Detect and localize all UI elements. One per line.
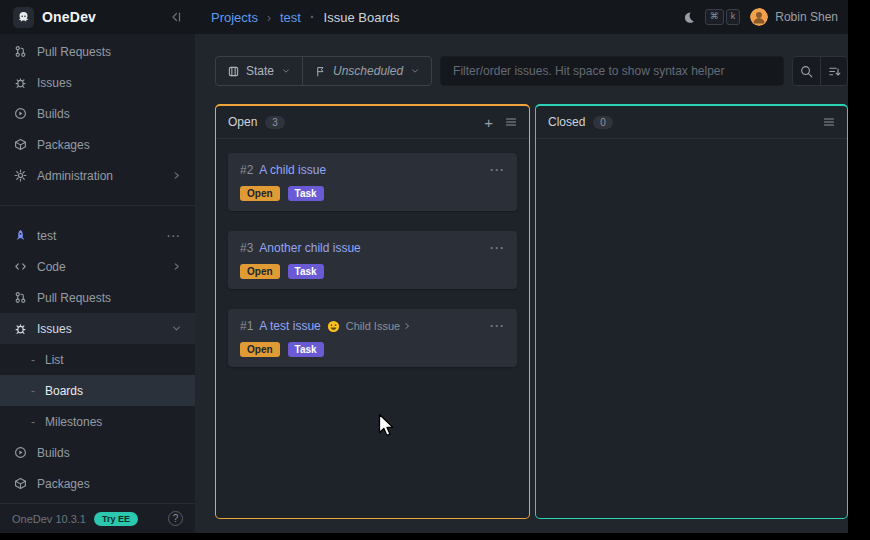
card-header: #3 Another child issue ···	[240, 241, 505, 255]
sidebar-project-test[interactable]: test ···	[0, 220, 195, 251]
issue-card[interactable]: #1 A test issue Child Issue ··· Op	[228, 309, 517, 367]
package-icon	[14, 138, 27, 151]
column-title: Closed	[548, 115, 585, 129]
column-count-badge: 0	[593, 116, 613, 129]
sidebar-item-issues-list[interactable]: List	[0, 344, 195, 375]
sidebar-item-label: Packages	[37, 138, 90, 152]
issue-card[interactable]: #2 A child issue ··· Open Task	[228, 153, 517, 211]
child-issue-link[interactable]: Child Issue	[346, 320, 411, 332]
breadcrumb-projects-link[interactable]: Projects	[211, 10, 258, 25]
milestone-dropdown-button[interactable]: Unscheduled	[302, 57, 431, 85]
grinning-face-emoji-icon	[327, 320, 340, 333]
sidebar-item-label: List	[45, 353, 64, 367]
column-header-open: Open 3 +	[216, 106, 529, 139]
sidebar-divider	[0, 205, 195, 206]
sidebar-item-code[interactable]: Code	[0, 251, 195, 282]
sidebar-item-label: Administration	[37, 169, 113, 183]
type-badge: Task	[288, 264, 324, 279]
sidebar-item-label: Issues	[37, 76, 72, 90]
chevron-down-icon	[282, 67, 290, 75]
try-ee-badge[interactable]: Try EE	[94, 512, 138, 526]
version-label: OneDev 10.3.1	[12, 513, 86, 525]
bug-icon	[14, 76, 27, 89]
state-badge: Open	[240, 186, 280, 201]
user-avatar[interactable]	[750, 8, 768, 26]
sidebar-item-issues-boards[interactable]: Boards	[0, 375, 195, 406]
sidebar-item-packages[interactable]: Packages	[0, 129, 195, 160]
card-badges: Open Task	[240, 186, 505, 201]
app-title: OneDev	[42, 9, 96, 25]
sidebar-item-project-pull-requests[interactable]: Pull Requests	[0, 282, 195, 313]
card-list	[536, 139, 847, 167]
breadcrumb-separator-icon	[310, 9, 315, 25]
card-header: #1 A test issue Child Issue ···	[240, 319, 505, 333]
project-menu-icon[interactable]: ···	[167, 230, 181, 242]
board-toolbar: State Unscheduled	[215, 56, 848, 86]
onedev-logo-icon	[13, 7, 34, 28]
issue-filter-input[interactable]	[440, 56, 784, 86]
issue-card[interactable]: #3 Another child issue ··· Open Task	[228, 231, 517, 289]
dark-mode-toggle-icon[interactable]	[682, 11, 695, 24]
card-badges: Open Task	[240, 264, 505, 279]
order-icon[interactable]	[820, 57, 847, 85]
column-count-badge: 3	[265, 116, 285, 129]
sidebar-item-issues[interactable]: Issues	[0, 67, 195, 98]
sidebar-item-label: Milestones	[45, 415, 102, 429]
type-badge: Task	[288, 186, 324, 201]
milestone-dropdown-label: Unscheduled	[333, 64, 403, 78]
sidebar-item-label: Pull Requests	[37, 291, 111, 305]
card-menu-button[interactable]: ···	[490, 163, 505, 177]
state-dropdown-button[interactable]: State	[216, 57, 302, 85]
sidebar-item-label: Pull Requests	[37, 45, 111, 59]
pull-request-icon	[14, 291, 27, 304]
sidebar-item-project-issues[interactable]: Issues	[0, 313, 195, 344]
issue-title-link[interactable]: Another child issue	[259, 241, 360, 255]
chevron-right-icon	[403, 322, 411, 330]
help-button[interactable]: ?	[168, 511, 183, 526]
gear-icon	[14, 169, 27, 182]
topbar-actions: ⌘ k Robin Shen	[682, 8, 848, 26]
board-column-open: Open 3 + #2 A child issue ···	[215, 104, 530, 519]
rocket-icon	[14, 229, 27, 242]
issue-title-link[interactable]: A test issue	[259, 319, 320, 333]
cmd-keycap: ⌘	[705, 9, 724, 24]
breadcrumb-project-link[interactable]: test	[280, 10, 301, 25]
main-content: State Unscheduled	[195, 34, 848, 533]
sidebar-item-issues-milestones[interactable]: Milestones	[0, 406, 195, 437]
code-icon	[14, 260, 27, 273]
search-icon[interactable]	[793, 57, 820, 85]
column-menu-icon[interactable]	[505, 116, 517, 128]
chevron-right-icon	[172, 262, 181, 271]
sidebar-item-pull-requests[interactable]: Pull Requests	[0, 36, 195, 67]
state-dropdown-label: State	[246, 64, 274, 78]
sidebar-item-label: Packages	[37, 477, 90, 491]
column-menu-icon[interactable]	[823, 116, 835, 128]
card-menu-button[interactable]: ···	[490, 241, 505, 255]
issue-title-link[interactable]: A child issue	[259, 163, 326, 177]
column-actions	[823, 116, 835, 128]
state-badge: Open	[240, 264, 280, 279]
breadcrumb-separator-icon	[267, 10, 271, 25]
k-keycap: k	[726, 9, 741, 24]
bug-icon	[14, 322, 27, 335]
chevron-down-icon	[172, 324, 181, 333]
collapse-sidebar-icon[interactable]	[170, 11, 182, 23]
sidebar-item-administration[interactable]: Administration	[0, 160, 195, 191]
topbar: OneDev Projects test Issue Boards ⌘ k Ro…	[0, 0, 848, 34]
chevron-down-icon	[411, 67, 419, 75]
sidebar-item-builds[interactable]: Builds	[0, 98, 195, 129]
board-spec-icon	[228, 66, 239, 77]
play-circle-icon	[14, 107, 27, 120]
card-menu-button[interactable]: ···	[490, 319, 505, 333]
add-issue-button[interactable]: +	[484, 115, 493, 130]
card-badges: Open Task	[240, 342, 505, 357]
sidebar-item-project-packages[interactable]: Packages	[0, 468, 195, 499]
sidebar-item-label: Builds	[37, 446, 70, 460]
state-badge: Open	[240, 342, 280, 357]
sidebar-item-project-builds[interactable]: Builds	[0, 437, 195, 468]
board-column-closed: Closed 0	[535, 104, 848, 519]
sidebar-item-label: Issues	[37, 322, 72, 336]
pull-request-icon	[14, 45, 27, 58]
user-name[interactable]: Robin Shen	[775, 10, 838, 24]
sidebar-item-label: Builds	[37, 107, 70, 121]
